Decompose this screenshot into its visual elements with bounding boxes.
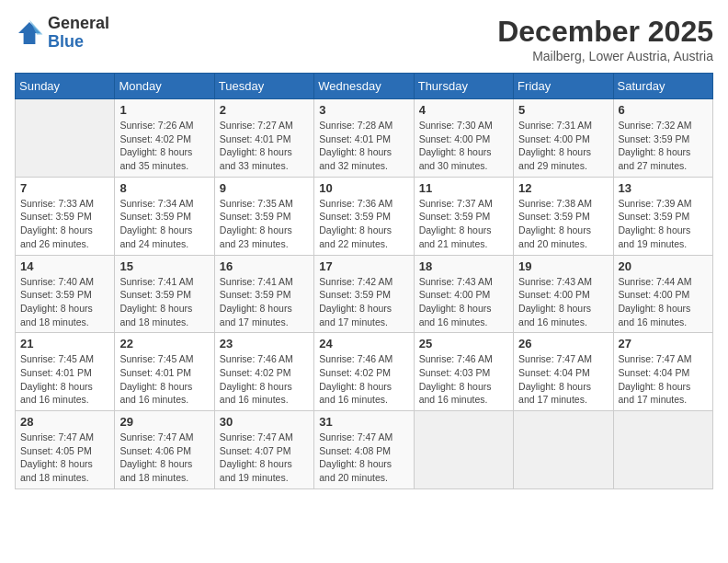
day-detail: Sunrise: 7:38 AMSunset: 3:59 PMDaylight:… xyxy=(518,197,608,251)
day-number: 14 xyxy=(20,259,109,273)
day-cell: 12Sunrise: 7:38 AMSunset: 3:59 PMDayligh… xyxy=(514,177,613,255)
day-number: 26 xyxy=(518,337,608,350)
day-detail: Sunrise: 7:27 AMSunset: 4:01 PMDaylight:… xyxy=(220,119,309,173)
title-block: December 2025 Mailberg, Lower Austria, A… xyxy=(497,15,713,63)
day-cell: 22Sunrise: 7:45 AMSunset: 4:01 PMDayligh… xyxy=(115,333,214,411)
day-cell: 16Sunrise: 7:41 AMSunset: 3:59 PMDayligh… xyxy=(214,255,313,333)
day-detail: Sunrise: 7:45 AMSunset: 4:01 PMDaylight:… xyxy=(119,352,209,407)
day-cell: 27Sunrise: 7:47 AMSunset: 4:04 PMDayligh… xyxy=(613,333,712,411)
day-cell: 5Sunrise: 7:31 AMSunset: 4:00 PMDaylight… xyxy=(514,99,613,178)
day-cell: 2Sunrise: 7:27 AMSunset: 4:01 PMDaylight… xyxy=(214,99,313,178)
day-detail: Sunrise: 7:39 AMSunset: 3:59 PMDaylight:… xyxy=(619,197,708,251)
day-detail: Sunrise: 7:46 AMSunset: 4:02 PMDaylight:… xyxy=(220,352,309,407)
day-detail: Sunrise: 7:47 AMSunset: 4:05 PMDaylight:… xyxy=(20,431,109,485)
day-number: 15 xyxy=(119,259,209,273)
day-cell: 15Sunrise: 7:41 AMSunset: 3:59 PMDayligh… xyxy=(115,255,214,333)
weekday-header-wednesday: Wednesday xyxy=(314,74,414,99)
logo-icon xyxy=(15,18,44,48)
day-number: 3 xyxy=(319,103,408,117)
day-detail: Sunrise: 7:28 AMSunset: 4:01 PMDaylight:… xyxy=(319,119,408,173)
day-cell: 11Sunrise: 7:37 AMSunset: 3:59 PMDayligh… xyxy=(414,177,513,255)
logo-text: General Blue xyxy=(48,15,109,52)
day-number: 30 xyxy=(220,415,309,429)
day-cell: 13Sunrise: 7:39 AMSunset: 3:59 PMDayligh… xyxy=(613,177,712,255)
day-detail: Sunrise: 7:36 AMSunset: 3:59 PMDaylight:… xyxy=(319,197,408,251)
day-detail: Sunrise: 7:43 AMSunset: 4:00 PMDaylight:… xyxy=(518,275,608,329)
day-cell xyxy=(16,99,115,178)
day-number: 28 xyxy=(20,415,109,429)
day-cell xyxy=(414,411,513,489)
day-number: 22 xyxy=(119,337,209,350)
day-detail: Sunrise: 7:34 AMSunset: 3:59 PMDaylight:… xyxy=(119,197,209,251)
day-detail: Sunrise: 7:47 AMSunset: 4:04 PMDaylight:… xyxy=(619,352,708,407)
day-detail: Sunrise: 7:47 AMSunset: 4:06 PMDaylight:… xyxy=(119,431,209,485)
day-detail: Sunrise: 7:30 AMSunset: 4:00 PMDaylight:… xyxy=(419,119,508,173)
day-number: 16 xyxy=(220,259,309,273)
day-cell xyxy=(514,411,613,489)
day-number: 2 xyxy=(220,103,309,117)
day-detail: Sunrise: 7:41 AMSunset: 3:59 PMDaylight:… xyxy=(220,275,309,329)
weekday-header-monday: Monday xyxy=(115,74,214,99)
day-cell: 18Sunrise: 7:43 AMSunset: 4:00 PMDayligh… xyxy=(414,255,513,333)
day-cell: 21Sunrise: 7:45 AMSunset: 4:01 PMDayligh… xyxy=(16,333,115,411)
location: Mailberg, Lower Austria, Austria xyxy=(497,49,713,63)
day-detail: Sunrise: 7:47 AMSunset: 4:04 PMDaylight:… xyxy=(518,352,608,407)
logo: General Blue xyxy=(15,15,109,52)
week-row-3: 14Sunrise: 7:40 AMSunset: 3:59 PMDayligh… xyxy=(16,255,713,333)
day-number: 1 xyxy=(119,103,209,117)
day-number: 25 xyxy=(419,337,508,350)
day-cell xyxy=(613,411,712,489)
day-detail: Sunrise: 7:46 AMSunset: 4:03 PMDaylight:… xyxy=(419,352,508,407)
day-detail: Sunrise: 7:37 AMSunset: 3:59 PMDaylight:… xyxy=(419,197,508,251)
day-number: 31 xyxy=(319,415,408,429)
day-detail: Sunrise: 7:40 AMSunset: 3:59 PMDaylight:… xyxy=(20,275,109,329)
day-number: 12 xyxy=(518,181,608,195)
day-number: 7 xyxy=(20,181,109,195)
day-cell: 24Sunrise: 7:46 AMSunset: 4:02 PMDayligh… xyxy=(314,333,414,411)
day-detail: Sunrise: 7:45 AMSunset: 4:01 PMDaylight:… xyxy=(20,352,109,407)
weekday-header-saturday: Saturday xyxy=(613,74,712,99)
day-cell: 28Sunrise: 7:47 AMSunset: 4:05 PMDayligh… xyxy=(16,411,115,489)
day-number: 24 xyxy=(319,337,408,350)
day-number: 19 xyxy=(518,259,608,273)
day-cell: 4Sunrise: 7:30 AMSunset: 4:00 PMDaylight… xyxy=(414,99,513,178)
day-cell: 23Sunrise: 7:46 AMSunset: 4:02 PMDayligh… xyxy=(214,333,313,411)
day-number: 8 xyxy=(119,181,209,195)
day-cell: 26Sunrise: 7:47 AMSunset: 4:04 PMDayligh… xyxy=(514,333,613,411)
week-row-2: 7Sunrise: 7:33 AMSunset: 3:59 PMDaylight… xyxy=(16,177,713,255)
day-cell: 7Sunrise: 7:33 AMSunset: 3:59 PMDaylight… xyxy=(16,177,115,255)
page-header: General Blue December 2025 Mailberg, Low… xyxy=(15,15,713,63)
day-detail: Sunrise: 7:46 AMSunset: 4:02 PMDaylight:… xyxy=(319,352,408,407)
day-detail: Sunrise: 7:41 AMSunset: 3:59 PMDaylight:… xyxy=(119,275,209,329)
day-detail: Sunrise: 7:32 AMSunset: 3:59 PMDaylight:… xyxy=(619,119,708,173)
weekday-header-thursday: Thursday xyxy=(414,74,513,99)
day-cell: 17Sunrise: 7:42 AMSunset: 3:59 PMDayligh… xyxy=(314,255,414,333)
day-number: 29 xyxy=(119,415,209,429)
day-cell: 31Sunrise: 7:47 AMSunset: 4:08 PMDayligh… xyxy=(314,411,414,489)
day-number: 6 xyxy=(619,103,708,117)
day-cell: 10Sunrise: 7:36 AMSunset: 3:59 PMDayligh… xyxy=(314,177,414,255)
day-cell: 9Sunrise: 7:35 AMSunset: 3:59 PMDaylight… xyxy=(214,177,313,255)
day-number: 20 xyxy=(619,259,708,273)
day-number: 27 xyxy=(619,337,708,350)
day-detail: Sunrise: 7:42 AMSunset: 3:59 PMDaylight:… xyxy=(319,275,408,329)
day-number: 17 xyxy=(319,259,408,273)
week-row-4: 21Sunrise: 7:45 AMSunset: 4:01 PMDayligh… xyxy=(16,333,713,411)
day-cell: 19Sunrise: 7:43 AMSunset: 4:00 PMDayligh… xyxy=(514,255,613,333)
day-detail: Sunrise: 7:47 AMSunset: 4:08 PMDaylight:… xyxy=(319,431,408,485)
day-cell: 25Sunrise: 7:46 AMSunset: 4:03 PMDayligh… xyxy=(414,333,513,411)
day-detail: Sunrise: 7:35 AMSunset: 3:59 PMDaylight:… xyxy=(220,197,309,251)
weekday-header-tuesday: Tuesday xyxy=(214,74,313,99)
day-detail: Sunrise: 7:33 AMSunset: 3:59 PMDaylight:… xyxy=(20,197,109,251)
day-detail: Sunrise: 7:43 AMSunset: 4:00 PMDaylight:… xyxy=(419,275,508,329)
week-row-1: 1Sunrise: 7:26 AMSunset: 4:02 PMDaylight… xyxy=(16,99,713,178)
day-number: 4 xyxy=(419,103,508,117)
day-number: 18 xyxy=(419,259,508,273)
day-number: 21 xyxy=(20,337,109,350)
day-detail: Sunrise: 7:31 AMSunset: 4:00 PMDaylight:… xyxy=(518,119,608,173)
day-cell: 3Sunrise: 7:28 AMSunset: 4:01 PMDaylight… xyxy=(314,99,414,178)
week-row-5: 28Sunrise: 7:47 AMSunset: 4:05 PMDayligh… xyxy=(16,411,713,489)
weekday-header-sunday: Sunday xyxy=(16,74,115,99)
day-detail: Sunrise: 7:47 AMSunset: 4:07 PMDaylight:… xyxy=(220,431,309,485)
day-cell: 29Sunrise: 7:47 AMSunset: 4:06 PMDayligh… xyxy=(115,411,214,489)
